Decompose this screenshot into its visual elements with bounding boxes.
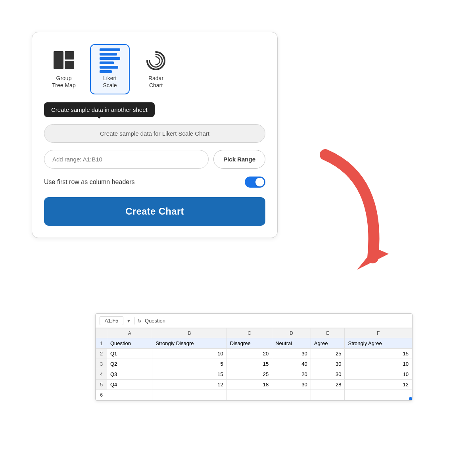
dropdown-arrow-icon[interactable]: ▼ xyxy=(127,319,131,323)
table-cell[interactable]: 28 xyxy=(311,380,345,390)
arrow-graphic xyxy=(301,147,405,274)
col-header-d: D xyxy=(272,328,311,338)
table-cell[interactable]: Question xyxy=(107,338,152,349)
table-cell[interactable]: 20 xyxy=(226,349,272,359)
table-cell[interactable]: Neutral xyxy=(272,338,311,349)
table-cell[interactable]: 30 xyxy=(272,380,311,390)
tooltip-container: Create sample data in another sheet xyxy=(44,102,265,119)
table-cell[interactable]: 20 xyxy=(272,369,311,380)
table-cell[interactable]: 30 xyxy=(311,369,345,380)
table-row: 5Q41218302812 xyxy=(96,380,412,390)
table-cell[interactable]: Q1 xyxy=(107,349,152,359)
tooltip-bubble: Create sample data in another sheet xyxy=(44,102,155,117)
row-number-cell[interactable]: 3 xyxy=(96,359,107,369)
likert-scale-icon xyxy=(98,50,122,71)
pick-range-button[interactable]: Pick Range xyxy=(213,150,265,169)
table-row: 6 xyxy=(96,390,412,400)
table-cell[interactable]: Strongly Disagre xyxy=(152,338,226,349)
cell-reference[interactable]: A1:F5 xyxy=(100,316,123,325)
chart-type-likert-scale[interactable]: LikertScale xyxy=(90,44,130,94)
range-row: Pick Range xyxy=(44,150,265,169)
table-row: 3Q2515403010 xyxy=(96,359,412,369)
col-header-f: F xyxy=(345,328,412,338)
table-cell[interactable]: 10 xyxy=(152,349,226,359)
table-cell[interactable] xyxy=(107,390,152,400)
table-row: 2Q11020302515 xyxy=(96,349,412,359)
toggle-row: Use first row as column headers xyxy=(44,177,265,188)
chart-type-label-gtm: GroupTree Map xyxy=(52,75,75,89)
chart-selector-panel: GroupTree Map LikertScale xyxy=(32,32,278,238)
table-cell[interactable] xyxy=(345,390,412,400)
table-cell[interactable]: 10 xyxy=(345,369,412,380)
col-header-a: A xyxy=(107,328,152,338)
chart-type-label-likert: LikertScale xyxy=(103,75,117,89)
table-cell[interactable]: Q4 xyxy=(107,380,152,390)
formula-bar: A1:F5 ▼ fx Question xyxy=(96,314,412,328)
row-number-cell[interactable]: 2 xyxy=(96,349,107,359)
row-number-cell[interactable]: 5 xyxy=(96,380,107,390)
create-chart-button[interactable]: Create Chart xyxy=(44,197,265,226)
table-cell[interactable]: 25 xyxy=(311,349,345,359)
table-cell[interactable] xyxy=(272,390,311,400)
row-number-cell[interactable]: 4 xyxy=(96,369,107,380)
radar-chart-icon xyxy=(144,50,168,71)
fx-label: fx xyxy=(138,318,142,324)
table-cell[interactable] xyxy=(226,390,272,400)
table-cell[interactable]: 15 xyxy=(345,349,412,359)
table-cell[interactable]: 5 xyxy=(152,359,226,369)
table-cell[interactable]: 40 xyxy=(272,359,311,369)
col-header-row-num xyxy=(96,328,107,338)
table-row: 1QuestionStrongly DisagreDisagreeNeutral… xyxy=(96,338,412,349)
table-cell[interactable]: Q2 xyxy=(107,359,152,369)
chart-type-row: GroupTree Map LikertScale xyxy=(44,44,265,94)
group-tree-map-icon xyxy=(52,50,76,71)
sample-data-button[interactable]: Create sample data for Likert Scale Char… xyxy=(44,124,265,143)
chart-type-group-tree-map[interactable]: GroupTree Map xyxy=(44,44,84,94)
table-cell[interactable]: 12 xyxy=(345,380,412,390)
table-cell[interactable]: 15 xyxy=(152,369,226,380)
table-cell[interactable]: 18 xyxy=(226,380,272,390)
column-headers-row: A B C D E F xyxy=(96,328,412,338)
table-cell[interactable]: 30 xyxy=(311,359,345,369)
table-cell[interactable]: 10 xyxy=(345,359,412,369)
spreadsheet-panel: A1:F5 ▼ fx Question A B C D E F 1Questio… xyxy=(95,313,413,401)
toggle-label: Use first row as column headers xyxy=(44,178,135,186)
row-number-cell[interactable]: 6 xyxy=(96,390,107,400)
col-header-e: E xyxy=(311,328,345,338)
formula-value: Question xyxy=(145,318,165,324)
formula-separator xyxy=(134,317,134,324)
range-input[interactable] xyxy=(44,150,209,169)
table-cell[interactable]: Agree xyxy=(311,338,345,349)
chart-type-label-radar: RadarChart xyxy=(148,75,163,89)
table-cell[interactable] xyxy=(152,390,226,400)
chart-type-radar-chart[interactable]: RadarChart xyxy=(136,44,176,94)
table-cell[interactable]: 30 xyxy=(272,349,311,359)
selection-corner-dot xyxy=(409,397,412,400)
column-headers-toggle[interactable] xyxy=(245,177,265,188)
table-cell[interactable]: 15 xyxy=(226,359,272,369)
row-number-cell[interactable]: 1 xyxy=(96,338,107,349)
table-cell[interactable]: Strongly Agree xyxy=(345,338,412,349)
table-cell[interactable]: 12 xyxy=(152,380,226,390)
svg-marker-0 xyxy=(357,248,389,270)
table-cell[interactable]: Disagree xyxy=(226,338,272,349)
spreadsheet-table: A B C D E F 1QuestionStrongly DisagreDis… xyxy=(96,328,412,400)
col-header-b: B xyxy=(152,328,226,338)
col-header-c: C xyxy=(226,328,272,338)
table-cell[interactable]: 25 xyxy=(226,369,272,380)
table-cell[interactable] xyxy=(311,390,345,400)
table-row: 4Q31525203010 xyxy=(96,369,412,380)
table-cell[interactable]: Q3 xyxy=(107,369,152,380)
